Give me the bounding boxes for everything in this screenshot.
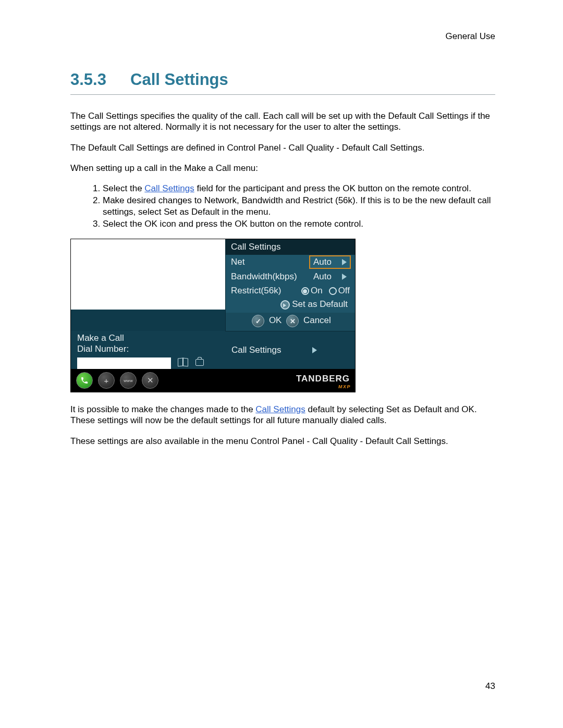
restrict-on-radio[interactable]: On [301, 286, 323, 296]
popup-title: Call Settings [226, 239, 355, 255]
dial-number-input[interactable] [77, 357, 171, 369]
body-paragraph: The Default Call Settings are defined in… [70, 142, 495, 153]
add-participant-button[interactable]: + [98, 372, 115, 389]
section-number: 3.5.3 [70, 70, 130, 89]
body-paragraph: The Call Settings specifies the quality … [70, 110, 495, 133]
call-settings-row-button[interactable]: Call Settings [225, 331, 355, 369]
body-paragraph: It is possible to make the changes made … [70, 404, 495, 426]
dial-number-label: Dial Number: [77, 344, 220, 354]
cancel-label: Cancel [303, 315, 331, 325]
section-heading: 3.5.3Call Settings [70, 70, 495, 89]
radio-on-icon [301, 287, 309, 295]
restrict-label: Restrict(56k) [231, 286, 298, 296]
play-disc-icon [280, 300, 290, 310]
close-button[interactable]: ✕ [142, 372, 158, 389]
set-as-default-button[interactable]: Set as Default [226, 298, 355, 313]
embedded-ui-screenshot: Call Settings Net Auto Bandwidth(kbps) A… [70, 239, 356, 392]
header-section-label: General Use [70, 31, 495, 42]
arrow-right-icon [342, 259, 347, 265]
list-item: Select the Call Settings field for the p… [103, 183, 495, 194]
body-paragraph: When setting up a call in the Make a Cal… [70, 163, 495, 174]
phonebook-icon[interactable] [178, 358, 188, 366]
list-item: Select the OK icon and press the OK butt… [103, 218, 495, 229]
restrict-off-radio[interactable]: Off [329, 286, 350, 296]
call-settings-link[interactable]: Call Settings [255, 404, 305, 414]
blank-region [71, 239, 225, 310]
brand-logo: TANDBERG MXP [296, 374, 350, 387]
arrow-right-icon [312, 347, 317, 353]
cancel-icon-button[interactable]: ✕ [286, 315, 299, 327]
net-value-selector[interactable]: Auto [310, 256, 350, 268]
radio-off-icon [329, 287, 337, 295]
section-title: Call Settings [130, 70, 228, 89]
call-button[interactable] [76, 372, 93, 389]
call-settings-popup: Call Settings Net Auto Bandwidth(kbps) A… [225, 239, 355, 331]
brand-sub: MXP [338, 384, 351, 389]
instruction-list: Select the Call Settings field for the p… [70, 183, 495, 229]
ok-icon-button[interactable]: ✓ [252, 315, 264, 327]
camera-icon[interactable] [194, 358, 205, 366]
arrow-right-icon [342, 274, 347, 280]
www-button[interactable]: www [120, 372, 137, 389]
make-a-call-label: Make a Call [77, 333, 220, 344]
bandwidth-label: Bandwidth(kbps) [231, 272, 307, 282]
body-paragraph: These settings are also available in the… [70, 436, 495, 447]
page-number: 43 [485, 681, 495, 692]
call-settings-link[interactable]: Call Settings [144, 183, 194, 193]
net-label: Net [231, 257, 307, 267]
list-item: Make desired changes to Network, Bandwid… [103, 195, 495, 217]
bandwidth-value-selector[interactable]: Auto [310, 271, 350, 282]
heading-divider [70, 94, 495, 95]
phone-icon [80, 376, 89, 385]
ok-label: OK [269, 315, 282, 325]
